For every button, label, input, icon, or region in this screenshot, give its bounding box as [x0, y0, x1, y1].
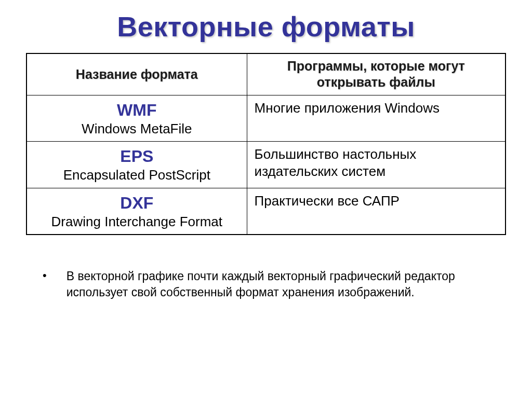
- format-abbr: DXF: [34, 193, 240, 213]
- cell-programs: Практически все САПР: [247, 188, 506, 235]
- note-block: • В векторной графике почти каждый векто…: [26, 268, 506, 300]
- note-text: В векторной графике почти каждый векторн…: [66, 268, 487, 300]
- page-title: Векторные форматы: [26, 10, 506, 43]
- format-abbr: WMF: [34, 100, 240, 120]
- bullet-icon: •: [43, 268, 47, 283]
- format-abbr: EPS: [34, 146, 240, 167]
- header-name: Название формата: [26, 53, 247, 95]
- cell-format-name: EPS Encapsulated PostScript: [26, 142, 247, 188]
- cell-format-name: DXF Drawing Interchange Format: [26, 188, 247, 235]
- table-row: WMF Windows MetaFile Многие приложения W…: [26, 95, 506, 142]
- cell-programs: Большинство настольных издательских сист…: [247, 142, 506, 188]
- format-fullname: Encapsulated PostScript: [34, 167, 240, 184]
- table-row: EPS Encapsulated PostScript Большинство …: [26, 142, 506, 188]
- table-row: DXF Drawing Interchange Format Практичес…: [26, 188, 506, 235]
- header-programs: Программы, которые могут открывать файлы: [247, 53, 506, 95]
- cell-format-name: WMF Windows MetaFile: [26, 95, 247, 142]
- format-fullname: Drawing Interchange Format: [34, 213, 240, 230]
- cell-programs: Многие приложения Windows: [247, 95, 506, 142]
- table-header-row: Название формата Программы, которые могу…: [26, 53, 506, 95]
- format-fullname: Windows MetaFile: [34, 120, 240, 138]
- formats-table: Название формата Программы, которые могу…: [26, 53, 506, 235]
